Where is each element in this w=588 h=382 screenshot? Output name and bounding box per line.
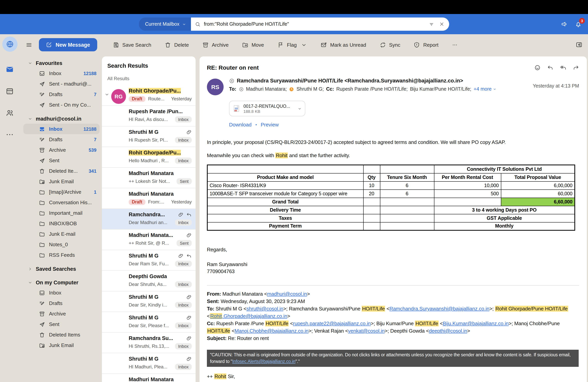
sidebar-item-sent[interactable]: Sent xyxy=(23,319,100,329)
rail-people-icon[interactable] xyxy=(5,108,14,117)
sidebar-item-inbox[interactable]: Inbox12188 xyxy=(23,124,100,134)
toolbar-save-search-button[interactable]: Save Search xyxy=(113,42,151,48)
sidebar-item-junk-e-mail[interactable]: Junk E-mail xyxy=(23,229,100,239)
email-link[interactable]: rupesh.parate22@bajajallianz.co.in xyxy=(293,320,371,326)
sidebar-section-madhuri-cosol-in[interactable]: madhuri@cosol.in xyxy=(23,114,100,124)
mailbox-scope-selector[interactable]: Current Mailbox xyxy=(139,18,191,31)
email-link[interactable]: Manoj.Chobhe@bajajallianz.co.in xyxy=(235,328,309,334)
download-link[interactable]: Download xyxy=(229,122,252,127)
toolbar-sync-button[interactable]: Sync xyxy=(379,42,400,48)
sidebar-section-saved-searches[interactable]: Saved Searches xyxy=(23,264,100,274)
message-sender: Deepthi Gowda xyxy=(129,274,167,279)
sidebar-item-important-mail[interactable]: Important_mail xyxy=(23,208,100,218)
search-input[interactable] xyxy=(204,21,425,27)
sidebar-section-favourites[interactable]: Favourites xyxy=(23,58,100,68)
sidebar-item-notes-0[interactable]: Notes_0 xyxy=(23,239,100,250)
hamburger-menu-icon[interactable] xyxy=(26,42,32,48)
email-link[interactable]: Ramchandra.Suryawanshi@bajajallianz.co.i… xyxy=(389,306,489,312)
sidebar-item-junk-email[interactable]: Junk Email xyxy=(23,176,100,187)
message-list-item[interactable]: RGRohit Ghorpade/Pu...DraftRoute...Yeste… xyxy=(102,85,196,106)
rail-more-apps-icon[interactable] xyxy=(5,130,14,139)
reply-icon[interactable] xyxy=(547,64,553,71)
email-link[interactable]: madhuri@cosol.in xyxy=(267,291,307,297)
email-link[interactable]: .Ghorpade@bajajallianz.co.in xyxy=(222,313,287,319)
search-bar[interactable] xyxy=(191,18,449,31)
emoji-reaction-icon[interactable] xyxy=(534,64,541,71)
preview-link[interactable]: Preview xyxy=(261,122,279,127)
message-list-item[interactable]: Rupesh Parate /Pun...HI Ravi, As discu..… xyxy=(102,106,196,126)
reply-all-icon[interactable] xyxy=(560,64,566,71)
app-launcher-avatar[interactable] xyxy=(2,37,17,52)
filter-icon[interactable] xyxy=(429,21,434,27)
sidebar-item-inbox[interactable]: Inbox xyxy=(23,287,100,298)
table-cell: 6 xyxy=(380,181,434,190)
sidebar-item-rss-feeds[interactable]: RSS Feeds xyxy=(23,250,100,260)
rail-mail-icon[interactable] xyxy=(5,65,14,74)
sender-avatar[interactable]: RS xyxy=(207,79,224,95)
email-link[interactable]: deepthi@cosol.in xyxy=(429,328,467,334)
toolbar-archive-button[interactable]: Archive xyxy=(202,42,229,48)
toolbar-mark-as-unread-button[interactable]: Mark as Unread xyxy=(320,42,366,48)
email-link[interactable]: +4 more xyxy=(474,86,497,92)
message-list-item[interactable]: Shruthi M GDear Sir, Please f...Inbox xyxy=(102,312,196,332)
message-list-item[interactable]: Shruthi M GHi Rupesh Sir, Pl...Inbox xyxy=(102,126,196,147)
sidebar-item-sent-on-my-co-[interactable]: Sent - On my Co... xyxy=(23,100,100,110)
sidebar-section-on-my-computer[interactable]: On my Computer xyxy=(23,278,100,287)
reading-pane: RE: Router on rent RS Ramchandra Suryawa… xyxy=(200,56,587,382)
forward-icon[interactable] xyxy=(573,64,579,71)
notifications-bell-icon[interactable]: 3 xyxy=(575,21,582,28)
folder-icon xyxy=(39,220,45,227)
message-list-item[interactable]: Ramchandra...Dear Madhuri an...Inbox xyxy=(102,209,196,229)
email-link[interactable]: Rohit xyxy=(210,313,222,319)
toolbar-report-button[interactable]: Report xyxy=(414,42,439,48)
toolbar-flag-button[interactable]: Flag xyxy=(277,42,307,48)
attachment-chip[interactable]: PDF 0017-2-RENTALQUO... 188.8 KB xyxy=(229,101,305,116)
table-cell: 500 xyxy=(434,190,501,198)
message-list-item[interactable]: Madhuri ManataraDear Rohit Sir, As...Sen… xyxy=(102,373,196,382)
sidebar-item-conversation-his-[interactable]: Conversation His... xyxy=(23,197,100,208)
message-list-item[interactable]: Ramchandra Su...Hi Shruthi, Rs.13,...Inb… xyxy=(102,332,196,353)
attachment-options-icon[interactable] xyxy=(297,106,302,111)
sidebar-item-deleted-ite-[interactable]: Deleted Ite...341 xyxy=(23,166,100,176)
sidebar-item-inbox[interactable]: Inbox12188 xyxy=(23,68,100,79)
message-sender: Shruthi M G xyxy=(129,253,158,259)
email-link[interactable]: Infosec.Alerts@bajajallianz.co.in xyxy=(232,359,295,364)
sidebar-item-drafts[interactable]: Drafts7 xyxy=(23,89,100,100)
clear-search-icon[interactable] xyxy=(439,21,444,27)
toolbar-delete-button[interactable]: Delete xyxy=(165,42,189,48)
message-list-item[interactable]: Madhuri ManataraDraftFrom:...Yesterday xyxy=(102,188,196,209)
message-sender: Shruthi M G xyxy=(129,315,158,320)
sidebar-item-drafts[interactable]: Drafts7 xyxy=(23,134,100,145)
sidebar-item--imap-archive[interactable]: [Imap]/Archive1 xyxy=(23,187,100,197)
message-list-item[interactable]: Shruthi M GDear Ram Sir, Fu...Inbox xyxy=(102,250,196,270)
collapse-panel-icon[interactable] xyxy=(576,41,583,48)
sidebar-item-archive[interactable]: Archive539 xyxy=(23,145,100,155)
message-list-item[interactable]: Madhuri Manata...++ Rohit Sir, @ R...Sen… xyxy=(102,229,196,250)
sidebar-item-sent[interactable]: Sent xyxy=(23,155,100,166)
replied-icon xyxy=(186,212,192,217)
message-list-item[interactable]: Madhuri Manatara++ Lokesh Sir Not...Sent xyxy=(102,167,196,188)
email-link[interactable]: shruthi@cosol.in xyxy=(246,306,283,312)
message-list-item[interactable]: Rohit Ghorpade/Pu...Hello Madhuri , R...… xyxy=(102,147,196,167)
sidebar-item-junk-email[interactable]: Junk Email xyxy=(23,340,100,350)
toolbar-more-button[interactable] xyxy=(452,42,458,48)
message-list-item[interactable]: Shruthi M GHI Madhuri, Plea...Inbox xyxy=(102,353,196,373)
sidebar-item-sent-madhuri-[interactable]: Sent - madhuri@... xyxy=(23,79,100,89)
thread-expander-icon[interactable] xyxy=(105,92,109,97)
all-results-filter[interactable]: All Results xyxy=(102,69,196,85)
sidebar-item-deleted-items[interactable]: Deleted Items xyxy=(23,329,100,340)
message-list-item[interactable]: Deepthi GowdaDear Shruthi, As...Inbox xyxy=(102,270,196,291)
message-row-top: Madhuri Manatara xyxy=(129,191,192,197)
megaphone-icon[interactable] xyxy=(561,21,568,28)
email-link[interactable]: venkat@cosol.in xyxy=(348,328,385,334)
trash-icon xyxy=(39,332,45,338)
message-list-item[interactable]: Shruthi M GDear Sir, Kindly i...Inbox xyxy=(102,291,196,312)
sidebar-item-drafts[interactable]: Drafts xyxy=(23,298,100,308)
toolbar-move-button[interactable]: Move xyxy=(242,42,264,48)
rail-calendar-icon[interactable] xyxy=(5,87,14,95)
sidebar-item-inbox-bob[interactable]: INBOX/BOB xyxy=(23,218,100,229)
email-link[interactable]: Biju.Kumar@bajajallianz.co.in xyxy=(443,320,509,326)
new-message-button[interactable]: New Message xyxy=(39,38,97,51)
sidebar-item-archive[interactable]: Archive xyxy=(23,308,100,319)
message-preview: Dear Shruthi, As... xyxy=(129,282,167,287)
